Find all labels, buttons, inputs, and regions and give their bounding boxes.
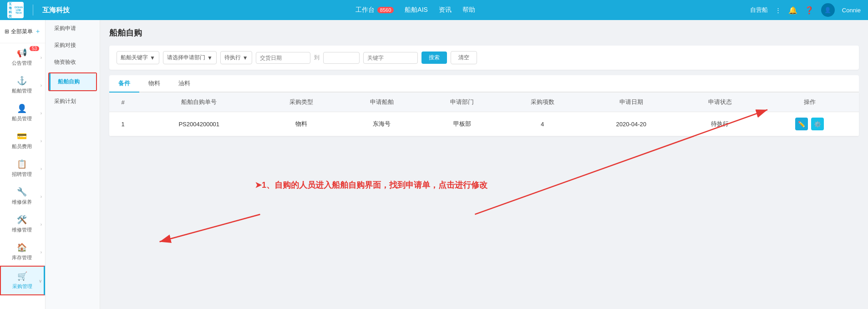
sub-sidebar: 采购申请 采购对接 物资验收 船舶自购 采购计划: [46, 20, 100, 309]
sub-sidebar-plan-label: 采购计划: [54, 98, 76, 104]
sidebar-item-inventory[interactable]: 🏠 库存管理 ›: [0, 238, 45, 266]
view-button[interactable]: ⚙️: [811, 118, 824, 130]
ship-icon: ⚓: [17, 76, 27, 86]
content: 船舶自购 船舶关键字 ▼ 请选择申请部门 ▼ 待执行 ▼ 到 搜索 清空: [100, 20, 868, 309]
cell-date: 2020-04-20: [583, 112, 680, 136]
clear-button[interactable]: 清空: [451, 51, 477, 64]
sidebar: ⊞ 全部菜单 ＋ 📢 公告管理 53 › ⚓ 船舶管理 › 👤 船员管理 › 💳: [0, 20, 46, 309]
col-order-no: 船舶自购单号: [137, 93, 261, 112]
col-status: 申请状态: [680, 93, 760, 112]
sidebar-item-repair[interactable]: 🛠️ 维修管理 ›: [0, 210, 45, 238]
cell-status: 待执行: [680, 112, 760, 136]
all-menu-button[interactable]: ⊞ 全部菜单 ＋: [0, 24, 45, 39]
svg-line-2: [160, 214, 260, 242]
sub-sidebar-compare[interactable]: 采购对接: [46, 37, 100, 54]
nav-ais-label: 船舶AIS: [405, 6, 428, 14]
keyword-select-arrow: ▼: [150, 55, 155, 61]
status-select-arrow: ▼: [243, 55, 248, 61]
sub-sidebar-plan[interactable]: 采购计划: [46, 93, 100, 110]
search-button[interactable]: 搜索: [421, 52, 447, 64]
sidebar-item-fee-label: 船员费用: [12, 143, 32, 150]
cell-index: 1: [109, 112, 137, 136]
sub-sidebar-self-buy-label: 船舶自购: [58, 78, 80, 85]
app-name: 互海科技: [42, 6, 70, 15]
keyword-select[interactable]: 船舶关键字 ▼: [117, 51, 159, 64]
fee-icon: 💳: [17, 131, 27, 141]
cell-actions: ✏️ ⚙️: [760, 112, 859, 136]
dept-select-label: 请选择申请部门: [167, 54, 205, 62]
logo-divider: [33, 5, 33, 15]
crew-icon: 👤: [17, 103, 27, 113]
sidebar-item-ship-label: 船舶管理: [12, 88, 32, 94]
repair-icon: 🛠️: [17, 215, 27, 225]
company-icon: 📢: [17, 48, 27, 58]
chevron-right-icon-8: ›: [41, 249, 42, 254]
sub-sidebar-inspection[interactable]: 物资验收: [46, 54, 100, 71]
sub-sidebar-self-buy-wrapper: 船舶自购: [48, 72, 97, 91]
date-end-input[interactable]: [323, 52, 360, 64]
tab-spare-label: 备件: [118, 80, 130, 87]
purchase-table: # 船舶自购单号 采购类型 申请船舶 申请部门 采购项数 申请日期 申请状态 操…: [109, 93, 859, 136]
top-nav: 互海科技 OCEAN LINK TECH 互海科技 工作台 8560 船舶AIS…: [0, 0, 868, 20]
edit-button[interactable]: ✏️: [795, 118, 808, 130]
username: Connie: [842, 7, 861, 14]
sidebar-item-repair-label: 维修管理: [12, 227, 32, 233]
chevron-right-icon-7: ›: [41, 221, 42, 227]
plus-icon: ＋: [35, 27, 41, 36]
col-index: #: [109, 93, 137, 112]
annotation-text: ➤1、自购的人员进入船舶自购界面，找到申请单，点击进行修改: [255, 180, 487, 191]
purchase-icon: 🛒: [17, 271, 27, 281]
cell-ship: 东海号: [342, 112, 422, 136]
nav-ais[interactable]: 船舶AIS: [405, 6, 428, 14]
company-badge: 53: [30, 46, 39, 51]
dept-select-arrow: ▼: [207, 55, 213, 61]
sidebar-item-recruit-label: 招聘管理: [12, 171, 32, 178]
col-date: 申请日期: [583, 93, 680, 112]
sidebar-item-maintenance[interactable]: 🔧 维修保养 ›: [0, 182, 45, 210]
sidebar-item-crew[interactable]: 👤 船员管理 ›: [0, 99, 45, 127]
cell-count: 4: [502, 112, 582, 136]
status-select-label: 待执行: [224, 54, 241, 62]
sidebar-item-purchase[interactable]: 🛒 采购管理 ∨: [0, 266, 45, 295]
nav-news[interactable]: 资讯: [439, 6, 452, 14]
sub-sidebar-self-buy[interactable]: 船舶自购: [49, 73, 96, 90]
col-type: 采购类型: [261, 93, 341, 112]
recruit-icon: 📋: [17, 159, 27, 169]
sub-sidebar-inspection-label: 物资验收: [54, 59, 76, 65]
maintenance-icon: 🔧: [17, 187, 27, 197]
chevron-right-icon-5: ›: [41, 166, 42, 171]
chevron-down-icon: ∨: [39, 278, 42, 283]
keyword-select-label: 船舶关键字: [121, 54, 148, 62]
top-nav-center: 工作台 8560 船舶AIS 资讯 帮助: [81, 6, 750, 14]
sidebar-item-purchase-label: 采购管理: [12, 283, 32, 290]
nav-workbench[interactable]: 工作台 8560: [355, 6, 394, 14]
sidebar-item-fee[interactable]: 💳 船员费用 ›: [0, 127, 45, 154]
col-ship: 申请船舶: [342, 93, 422, 112]
sub-sidebar-apply[interactable]: 采购申请: [46, 20, 100, 37]
sidebar-item-ship[interactable]: ⚓ 船舶管理 ›: [0, 71, 45, 99]
date-separator: 到: [314, 54, 320, 62]
date-start-input[interactable]: [256, 52, 310, 64]
self-ship-label[interactable]: 自营船: [750, 6, 768, 14]
question-icon[interactable]: ❓: [805, 6, 814, 15]
keyword2-input[interactable]: [363, 52, 418, 64]
tab-spare[interactable]: 备件: [109, 75, 139, 93]
cell-type: 物料: [261, 112, 341, 136]
sidebar-item-company[interactable]: 📢 公告管理 53 ›: [0, 43, 45, 71]
workbench-badge: 8560: [377, 7, 394, 13]
nav-help[interactable]: 帮助: [462, 6, 475, 14]
sidebar-item-recruit[interactable]: 📋 招聘管理 ›: [0, 154, 45, 182]
status-select[interactable]: 待执行 ▼: [220, 51, 252, 64]
sidebar-item-company-label: 公告管理: [12, 60, 32, 67]
tab-bar: 备件 物料 油料: [109, 75, 859, 93]
tab-fuel[interactable]: 油料: [169, 75, 199, 93]
dept-select[interactable]: 请选择申请部门 ▼: [163, 51, 217, 64]
tab-material[interactable]: 物料: [139, 75, 169, 93]
chevron-right-icon-4: ›: [41, 138, 42, 143]
col-count: 采购项数: [502, 93, 582, 112]
menu-icon[interactable]: ⋮: [775, 7, 781, 14]
avatar[interactable]: 👤: [821, 3, 835, 17]
bell-icon[interactable]: 🔔: [788, 6, 797, 15]
logo[interactable]: 互海科技 OCEAN LINK TECH 互海科技: [7, 2, 70, 18]
page-title: 船舶自购: [109, 27, 859, 38]
